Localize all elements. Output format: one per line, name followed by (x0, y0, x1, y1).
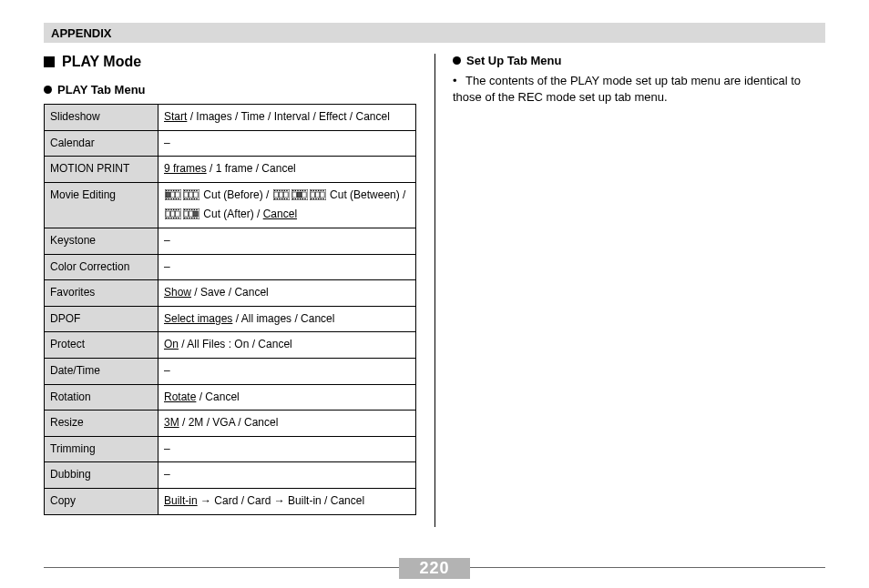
setup-tab-title-text: Set Up Tab Menu (466, 54, 561, 67)
table-row: Resize3M / 2M / VGA / Cancel (45, 411, 416, 437)
svg-rect-4 (169, 198, 169, 199)
svg-rect-27 (196, 189, 197, 190)
table-row-label: Copy (45, 488, 158, 514)
svg-rect-20 (187, 198, 188, 199)
svg-rect-100 (187, 218, 188, 218)
svg-rect-73 (320, 189, 321, 190)
svg-rect-83 (169, 209, 169, 210)
svg-rect-25 (194, 189, 195, 190)
svg-rect-54 (297, 198, 298, 199)
table-row-value: Start / Images / Time / Interval / Effec… (158, 105, 416, 131)
page-footer: 220 (44, 567, 825, 579)
table-row-label: Date/Time (45, 358, 158, 384)
table-row-value: Built-in → Card / Card → Built-in / Canc… (158, 488, 416, 514)
table-row-value: – (158, 130, 416, 157)
svg-rect-56 (300, 198, 301, 199)
svg-rect-87 (173, 209, 174, 210)
svg-rect-85 (170, 209, 171, 210)
svg-rect-9 (176, 189, 177, 190)
svg-rect-35 (276, 189, 277, 190)
table-row-label: Rotation (45, 384, 158, 411)
svg-rect-62 (297, 192, 302, 198)
svg-rect-72 (318, 198, 319, 199)
table-row: SlideshowStart / Images / Time / Interva… (45, 105, 416, 131)
svg-rect-98 (184, 218, 185, 218)
svg-rect-2 (166, 198, 167, 199)
square-bullet-icon (44, 56, 55, 67)
table-row-value: – (158, 436, 416, 462)
svg-rect-66 (311, 198, 312, 199)
header-bar: APPENDIX (44, 23, 825, 43)
svg-rect-5 (170, 189, 171, 190)
table-row-value: Cut (Before) / Cut (Between) / Cut (Afte… (158, 182, 416, 228)
svg-rect-90 (176, 218, 177, 218)
table-row: Color Correction– (45, 254, 416, 280)
svg-rect-11 (178, 189, 179, 190)
svg-rect-68 (312, 198, 313, 199)
svg-rect-97 (184, 209, 185, 210)
section-title: PLAY Mode (44, 54, 416, 70)
svg-rect-18 (184, 198, 185, 199)
table-row: MOTION PRINT9 frames / 1 frame / Cancel (45, 157, 416, 183)
svg-rect-19 (187, 189, 188, 190)
svg-rect-104 (191, 218, 192, 218)
svg-rect-49 (292, 189, 293, 190)
svg-rect-10 (176, 198, 177, 199)
svg-rect-78 (315, 192, 320, 198)
svg-rect-69 (315, 189, 316, 190)
svg-rect-43 (286, 189, 287, 190)
svg-rect-81 (166, 209, 167, 210)
table-row: Keystone– (45, 228, 416, 254)
svg-rect-70 (315, 198, 316, 199)
setup-tab-text: The contents of the PLAY mode set up tab… (453, 74, 801, 104)
svg-rect-103 (191, 209, 192, 210)
svg-rect-71 (318, 189, 319, 190)
svg-rect-109 (184, 211, 189, 217)
play-tab-title-text: PLAY Tab Menu (57, 83, 146, 96)
table-row-label: DPOF (45, 306, 158, 332)
play-tab-menu-table: SlideshowStart / Images / Time / Interva… (44, 104, 416, 515)
svg-rect-86 (170, 218, 171, 218)
text-bullet: • (453, 73, 465, 89)
svg-rect-47 (283, 192, 288, 198)
svg-rect-91 (178, 209, 179, 210)
svg-rect-105 (194, 209, 195, 210)
table-row: Calendar– (45, 130, 416, 157)
table-row: Dubbing– (45, 462, 416, 489)
table-row: FavoritesShow / Save / Cancel (45, 280, 416, 307)
svg-rect-13 (166, 192, 170, 198)
svg-rect-57 (302, 189, 302, 190)
svg-rect-99 (187, 209, 188, 210)
svg-rect-37 (279, 189, 280, 190)
svg-rect-84 (169, 218, 169, 218)
table-row: CopyBuilt-in → Card / Card → Built-in / … (45, 488, 416, 514)
svg-rect-17 (184, 189, 185, 190)
svg-rect-89 (176, 209, 177, 210)
svg-rect-15 (176, 192, 180, 198)
svg-rect-34 (274, 198, 275, 199)
svg-rect-23 (191, 189, 192, 190)
svg-rect-38 (279, 198, 280, 199)
table-row-value: Show / Save / Cancel (158, 280, 416, 307)
svg-rect-111 (194, 211, 199, 217)
page-number: 220 (399, 558, 469, 579)
svg-rect-75 (322, 189, 323, 190)
table-row-value: – (158, 228, 416, 254)
table-row-label: Color Correction (45, 254, 158, 280)
svg-rect-3 (169, 189, 169, 190)
table-row-label: Keystone (45, 228, 158, 254)
svg-rect-53 (297, 189, 298, 190)
svg-rect-65 (311, 189, 312, 190)
svg-rect-29 (184, 192, 189, 198)
svg-rect-107 (196, 209, 197, 210)
svg-rect-44 (286, 198, 287, 199)
svg-rect-58 (302, 198, 302, 199)
svg-rect-31 (194, 192, 199, 198)
svg-rect-51 (294, 189, 295, 190)
svg-rect-76 (322, 198, 323, 199)
svg-rect-102 (189, 218, 189, 218)
column-divider (434, 54, 435, 527)
svg-rect-22 (189, 198, 189, 199)
table-row-label: Movie Editing (45, 182, 158, 228)
table-row-value: – (158, 254, 416, 280)
